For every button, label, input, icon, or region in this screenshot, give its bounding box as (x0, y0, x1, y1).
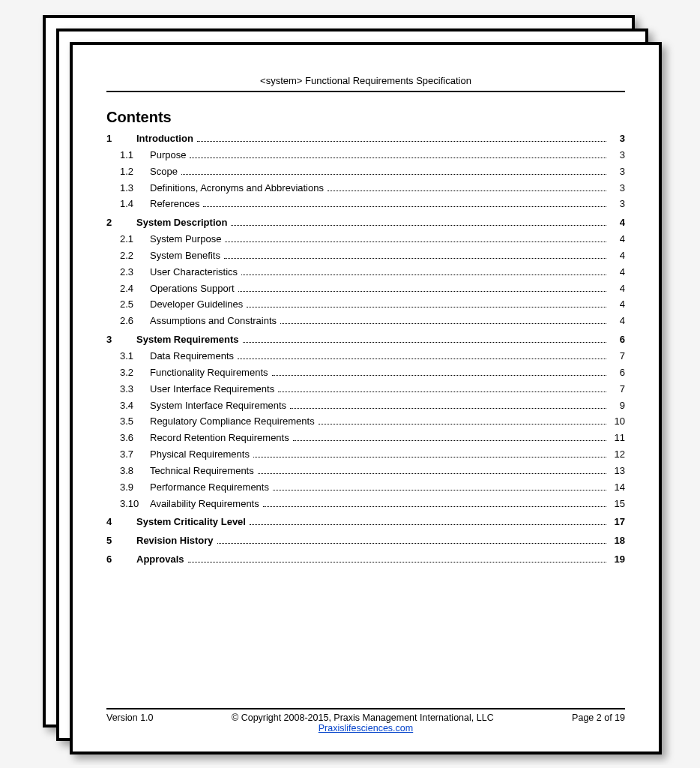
toc-number: 3.4 (106, 399, 147, 413)
toc-leader-dots (190, 150, 606, 158)
toc-page: 14 (609, 481, 625, 495)
toc-title: Data Requirements (147, 350, 235, 364)
toc-entry[interactable]: 3.7Physical Requirements12 (106, 448, 625, 462)
document-page-stack: <system> Functional Requirements Specifi… (43, 15, 657, 750)
toc-entry[interactable]: 3.6Record Retention Requirements11 (106, 431, 625, 446)
toc-page: 15 (609, 497, 625, 512)
document-page: <system> Functional Requirements Specifi… (70, 42, 662, 754)
toc-page: 4 (609, 232, 625, 247)
toc-number: 3.2 (106, 366, 147, 380)
toc-number: 2.3 (106, 266, 147, 280)
toc-entry[interactable]: 6Approvals19 (106, 553, 625, 567)
toc-leader-dots (328, 183, 606, 190)
toc-title: Record Retention Requirements (147, 431, 291, 446)
toc-entry[interactable]: 3.2Functionality Requirements6 (106, 366, 625, 380)
toc-entry[interactable]: 2System Description4 (106, 216, 625, 230)
toc-title: Introduction (136, 132, 195, 146)
toc-entry[interactable]: 1.4References3 (106, 197, 625, 212)
toc-leader-dots (253, 450, 606, 458)
toc-title: Purpose (147, 148, 187, 163)
toc-number: 3.1 (106, 350, 147, 364)
toc-number: 3.5 (106, 415, 147, 429)
toc-title: System Criticality Level (136, 515, 247, 530)
toc-number: 2.1 (106, 232, 147, 247)
toc-leader-dots (241, 267, 606, 274)
toc-title: System Description (136, 216, 229, 230)
toc-entry[interactable]: 2.4Operations Support4 (106, 282, 625, 296)
toc-number: 1.3 (106, 182, 147, 196)
toc-page: 17 (609, 515, 625, 530)
toc-title: Approvals (136, 553, 186, 567)
toc-number: 1.4 (106, 197, 147, 212)
toc-title: Revision History (136, 534, 215, 548)
toc-entry[interactable]: 1.2Scope3 (106, 165, 625, 179)
toc-entry[interactable]: 1.1Purpose3 (106, 148, 625, 163)
toc-number: 3.7 (106, 448, 147, 462)
toc-entry[interactable]: 4System Criticality Level17 (106, 515, 625, 530)
document-header: <system> Functional Requirements Specifi… (106, 75, 625, 92)
toc-leader-dots (181, 166, 606, 174)
toc-number: 4 (106, 515, 136, 530)
toc-leader-dots (293, 434, 606, 441)
toc-page: 4 (609, 249, 625, 263)
toc-leader-dots (231, 218, 606, 226)
table-of-contents: 1Introduction31.1Purpose31.2Scope31.3Def… (106, 132, 625, 567)
toc-leader-dots (243, 335, 606, 343)
toc-number: 1.2 (106, 165, 147, 179)
toc-page: 7 (609, 350, 625, 364)
toc-page: 6 (609, 366, 625, 380)
toc-entry[interactable]: 3System Requirements6 (106, 333, 625, 347)
footer-copyright: © Copyright 2008-2015, Praxis Management… (232, 712, 494, 723)
toc-leader-dots (238, 352, 606, 359)
toc-number: 6 (106, 553, 136, 567)
toc-entry[interactable]: 1.3Definitions, Acronyms and Abbreviatio… (106, 182, 625, 196)
toc-entry[interactable]: 3.1Data Requirements7 (106, 350, 625, 364)
toc-page: 3 (609, 148, 625, 163)
toc-leader-dots (203, 200, 606, 207)
toc-number: 2 (106, 216, 136, 230)
toc-entry[interactable]: 3.10Availability Requirements15 (106, 497, 625, 512)
toc-entry[interactable]: 3.8Technical Requirements13 (106, 464, 625, 478)
toc-page: 4 (609, 282, 625, 296)
toc-title: Functionality Requirements (147, 366, 270, 380)
toc-entry[interactable]: 3.9Performance Requirements14 (106, 481, 625, 495)
toc-entry[interactable]: 3.4System Interface Requirements9 (106, 399, 625, 413)
toc-number: 3.9 (106, 481, 147, 495)
toc-page: 11 (609, 431, 625, 446)
toc-page: 4 (609, 216, 625, 230)
toc-entry[interactable]: 3.3User Interface Requirements7 (106, 382, 625, 397)
toc-entry[interactable]: 2.6Assumptions and Constraints4 (106, 314, 625, 328)
footer-link[interactable]: Praxislifesciences.com (319, 723, 413, 734)
toc-leader-dots (225, 235, 606, 242)
toc-entry[interactable]: 2.1System Purpose4 (106, 232, 625, 247)
toc-entry[interactable]: 2.2System Benefits4 (106, 249, 625, 263)
page-content: <system> Functional Requirements Specifi… (106, 75, 625, 708)
toc-entry[interactable]: 2.5Developer Guidelines4 (106, 298, 625, 312)
toc-leader-dots (217, 536, 606, 544)
toc-page: 3 (609, 182, 625, 196)
toc-title: Technical Requirements (147, 464, 256, 478)
toc-entry[interactable]: 5Revision History18 (106, 534, 625, 548)
toc-title: System Requirements (136, 333, 241, 347)
toc-page: 4 (609, 266, 625, 280)
toc-leader-dots (319, 417, 606, 424)
toc-leader-dots (224, 251, 606, 259)
toc-title: Physical Requirements (147, 448, 251, 462)
toc-entry[interactable]: 2.3User Characteristics4 (106, 266, 625, 280)
toc-leader-dots (290, 400, 606, 408)
toc-page: 3 (609, 197, 625, 212)
toc-page: 4 (609, 298, 625, 312)
toc-entry[interactable]: 1Introduction3 (106, 132, 625, 146)
toc-leader-dots (272, 368, 606, 375)
toc-leader-dots (278, 384, 606, 392)
toc-title: User Characteristics (147, 266, 239, 280)
toc-leader-dots (247, 300, 606, 308)
toc-leader-dots (280, 316, 606, 324)
toc-title: Developer Guidelines (147, 298, 244, 312)
footer-page-number: Page 2 of 19 (572, 712, 625, 723)
toc-number: 3.10 (106, 497, 147, 512)
toc-number: 2.4 (106, 282, 147, 296)
document-footer: Version 1.0 © Copyright 2008-2015, Praxi… (106, 708, 625, 734)
toc-entry[interactable]: 3.5Regulatory Compliance Requirements10 (106, 415, 625, 429)
toc-title: Assumptions and Constraints (147, 314, 278, 328)
